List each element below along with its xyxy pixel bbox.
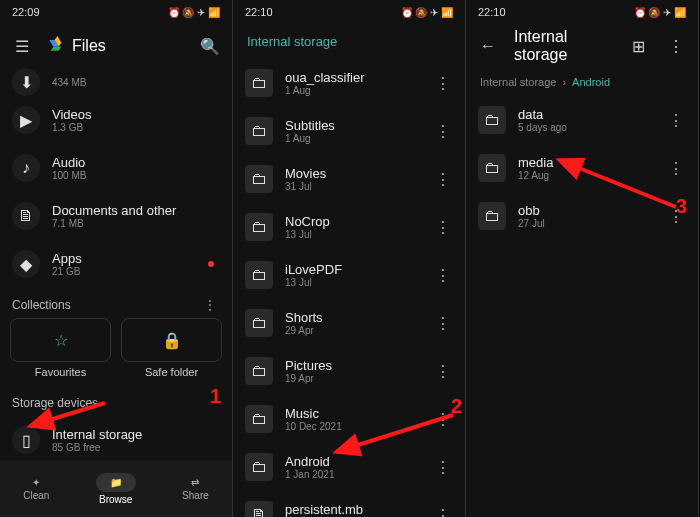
bottom-nav: ✦Clean 📁Browse ⇄Share xyxy=(0,461,232,517)
folder-icon: 🗀 xyxy=(245,117,273,145)
folder-list: 🗀data5 days ago⋮🗀media12 Aug⋮🗀obb27 Jul⋮ xyxy=(466,96,698,240)
clock: 22:09 xyxy=(12,6,40,18)
folder-item[interactable]: 🗀NoCrop13 Jul⋮ xyxy=(233,203,465,251)
folder-item[interactable]: 🗀media12 Aug⋮ xyxy=(466,144,698,192)
video-icon: ▶ xyxy=(12,106,40,134)
status-icons: ⏰ 🔕 ✈ 📶 xyxy=(634,7,686,18)
clock: 22:10 xyxy=(478,6,506,18)
grid-view-icon[interactable]: ⊞ xyxy=(626,34,650,58)
status-bar: 22:09 ⏰ 🔕 ✈ 📶 xyxy=(0,0,232,24)
page-title: Internal storage xyxy=(514,28,612,64)
category-icon: ⬇ xyxy=(12,68,40,96)
category-audio[interactable]: ♪ Audio100 MB xyxy=(0,144,232,192)
category-list: ⬇ 434 MB ▶ Videos1.3 GB ♪ Audio100 MB 🗎 … xyxy=(0,68,232,288)
storage-header: Storage devices xyxy=(0,386,232,416)
safe-folder-label: Safe folder xyxy=(121,362,222,386)
status-bar: 22:10 ⏰ 🔕 ✈ 📶 xyxy=(466,0,698,24)
more-icon[interactable]: ⋮ xyxy=(666,111,686,130)
audio-icon: ♪ xyxy=(12,154,40,182)
notification-dot xyxy=(208,261,214,267)
more-icon[interactable]: ⋮ xyxy=(666,159,686,178)
folder-item[interactable]: 🗎persistent.mb248 B, 26 Feb⋮ xyxy=(233,491,465,517)
nav-share[interactable]: ⇄Share xyxy=(182,477,209,501)
more-icon[interactable]: ⋮ xyxy=(433,458,453,477)
collection-cards: ☆ 🔒 xyxy=(0,318,232,362)
category-item[interactable]: ⬇ 434 MB xyxy=(0,68,232,96)
breadcrumb-root[interactable]: Internal storage xyxy=(480,76,556,88)
folder-item[interactable]: 🗀iLovePDF13 Jul⋮ xyxy=(233,251,465,299)
status-icons: ⏰ 🔕 ✈ 📶 xyxy=(168,7,220,18)
folder-item[interactable]: 🗀Shorts29 Apr⋮ xyxy=(233,299,465,347)
search-icon[interactable]: 🔍 xyxy=(198,34,222,58)
folder-item[interactable]: 🗀Android1 Jan 2021⋮ xyxy=(233,443,465,491)
folder-list: 🗀oua_classifier1 Aug⋮🗀Subtitles1 Aug⋮🗀Mo… xyxy=(233,59,465,517)
more-icon[interactable]: ⋮ xyxy=(666,207,686,226)
favourites-card[interactable]: ☆ xyxy=(10,318,111,362)
category-apps[interactable]: ◆ Apps21 GB xyxy=(0,240,232,288)
document-icon: 🗎 xyxy=(12,202,40,230)
folder-item[interactable]: 🗀Pictures19 Apr⋮ xyxy=(233,347,465,395)
more-icon[interactable]: ⋮ xyxy=(433,218,453,237)
more-icon[interactable]: ⋮ xyxy=(200,298,220,312)
app-title: Files xyxy=(48,36,184,56)
nav-browse[interactable]: 📁Browse xyxy=(96,473,136,505)
file-icon: 🗎 xyxy=(245,501,273,517)
folder-icon: 🗀 xyxy=(245,69,273,97)
favourites-label: Favourites xyxy=(10,362,111,386)
folder-icon: 🗀 xyxy=(245,309,273,337)
breadcrumb: Internal storage › Android xyxy=(466,68,698,96)
more-icon[interactable]: ⋮ xyxy=(433,74,453,93)
category-videos[interactable]: ▶ Videos1.3 GB xyxy=(0,96,232,144)
status-bar: 22:10 ⏰ 🔕 ✈ 📶 xyxy=(233,0,465,24)
back-icon[interactable]: ← xyxy=(476,34,500,58)
files-logo-icon xyxy=(48,36,64,56)
folder-icon: 🗀 xyxy=(245,357,273,385)
collections-header: Collections ⋮ xyxy=(0,288,232,318)
apps-icon: ◆ xyxy=(12,250,40,278)
pane-internal-storage: 22:10 ⏰ 🔕 ✈ 📶 Internal storage 🗀oua_clas… xyxy=(233,0,466,517)
folder-icon: 🗀 xyxy=(478,154,506,182)
folder-icon: 🗀 xyxy=(245,405,273,433)
folder-icon: 🗀 xyxy=(245,165,273,193)
status-icons: ⏰ 🔕 ✈ 📶 xyxy=(401,7,453,18)
menu-icon[interactable]: ☰ xyxy=(10,34,34,58)
location-header[interactable]: Internal storage xyxy=(233,24,465,59)
phone-icon: ▯ xyxy=(12,426,40,454)
breadcrumb-current[interactable]: Android xyxy=(572,76,610,88)
folder-icon: 🗀 xyxy=(478,106,506,134)
more-icon[interactable]: ⋮ xyxy=(433,506,453,518)
folder-item[interactable]: 🗀Movies31 Jul⋮ xyxy=(233,155,465,203)
more-icon[interactable]: ⋮ xyxy=(433,362,453,381)
more-icon[interactable]: ⋮ xyxy=(433,170,453,189)
pane-files-home: 22:09 ⏰ 🔕 ✈ 📶 ☰ Files 🔍 ⬇ 434 MB ▶ Video… xyxy=(0,0,233,517)
pane-android-folder: 22:10 ⏰ 🔕 ✈ 📶 ← Internal storage ⊞ ⋮ Int… xyxy=(466,0,699,517)
nav-clean[interactable]: ✦Clean xyxy=(23,477,49,501)
app-bar: ☰ Files 🔍 xyxy=(0,24,232,68)
clock: 22:10 xyxy=(245,6,273,18)
folder-item[interactable]: 🗀Subtitles1 Aug⋮ xyxy=(233,107,465,155)
folder-icon: 🗀 xyxy=(245,453,273,481)
folder-item[interactable]: 🗀data5 days ago⋮ xyxy=(466,96,698,144)
category-documents[interactable]: 🗎 Documents and other7.1 MB xyxy=(0,192,232,240)
more-icon[interactable]: ⋮ xyxy=(433,314,453,333)
folder-item[interactable]: 🗀obb27 Jul⋮ xyxy=(466,192,698,240)
more-icon[interactable]: ⋮ xyxy=(433,266,453,285)
folder-icon: 🗀 xyxy=(478,202,506,230)
folder-item[interactable]: 🗀Music10 Dec 2021⋮ xyxy=(233,395,465,443)
folder-item[interactable]: 🗀oua_classifier1 Aug⋮ xyxy=(233,59,465,107)
folder-icon: 🗀 xyxy=(245,261,273,289)
more-icon[interactable]: ⋮ xyxy=(433,410,453,429)
app-bar: ← Internal storage ⊞ ⋮ xyxy=(466,24,698,68)
more-icon[interactable]: ⋮ xyxy=(433,122,453,141)
more-icon[interactable]: ⋮ xyxy=(664,34,688,58)
folder-icon: 🗀 xyxy=(245,213,273,241)
safe-folder-card[interactable]: 🔒 xyxy=(121,318,222,362)
chevron-right-icon: › xyxy=(562,76,566,88)
internal-storage-item[interactable]: ▯ Internal storage85 GB free xyxy=(0,416,232,464)
